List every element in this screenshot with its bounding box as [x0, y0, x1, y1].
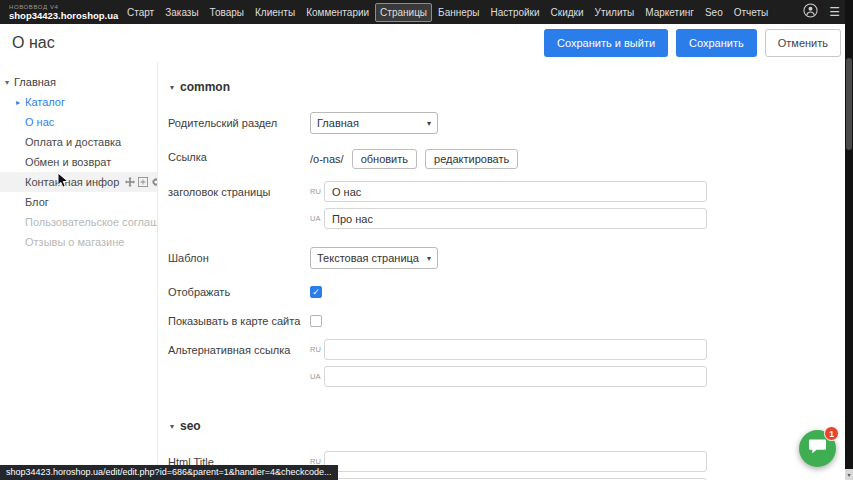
section-common-header[interactable]: ▾ common [170, 80, 853, 94]
sidebar-item-store-reviews[interactable]: Отзывы о магазине [0, 232, 157, 252]
sidebar-item-main[interactable]: ▾ Главная [0, 72, 157, 92]
sidebar-item-contact-info[interactable]: Контактная инфор [0, 172, 157, 192]
sidebar-item-user-agreement[interactable]: Пользовательское соглашение [0, 212, 157, 232]
tree-item-label: Оплата и доставка [25, 136, 121, 148]
select-value: Главная [317, 117, 359, 129]
top-menu-reports[interactable]: Отчеты [729, 3, 774, 22]
alt-link-ua-input[interactable] [324, 366, 707, 387]
section-title: seo [180, 419, 201, 433]
top-menu-start[interactable]: Старт [122, 3, 159, 22]
brand-logo[interactable]: НОВОВВОД V4 shop34423.horoshop.ua [0, 4, 122, 21]
status-url-tooltip: shop34423.horoshop.ua/edit/edit.php?id=6… [0, 465, 338, 480]
display-label: Отображать [168, 281, 310, 298]
sidebar-item-blog[interactable]: Блог [0, 192, 157, 212]
chevron-down-icon: ▾ [427, 119, 431, 128]
template-label: Шаблон [168, 247, 310, 269]
top-menu: Старт Заказы Товары Клиенты Комментарии … [122, 3, 773, 22]
top-menu-orders[interactable]: Заказы [160, 3, 203, 22]
section-collapse-icon[interactable]: ▾ [170, 83, 174, 92]
parent-section-select[interactable]: Главная ▾ [310, 112, 438, 134]
lang-ru-label: RU [310, 339, 324, 360]
save-and-exit-button[interactable]: Сохранить и выйти [544, 29, 668, 57]
sidebar-item-payment-delivery[interactable]: Оплата и доставка [0, 132, 157, 152]
sitemap-checkbox[interactable] [310, 315, 322, 327]
top-menu-settings[interactable]: Настройки [486, 3, 545, 22]
alt-link-ru-input[interactable] [324, 339, 707, 360]
chevron-right-icon[interactable]: ▸ [16, 98, 25, 107]
page-scrollbar[interactable]: ▾ [845, 0, 853, 480]
add-page-icon[interactable] [138, 177, 148, 187]
brand-version-label: НОВОВВОД V4 [9, 4, 122, 10]
top-menu-marketing[interactable]: Маркетинг [640, 3, 699, 22]
top-menu-banners[interactable]: Баннеры [433, 3, 484, 22]
cancel-button[interactable]: Отменить [765, 29, 841, 57]
link-label: Ссылка [168, 146, 310, 169]
template-select[interactable]: Текстовая страница ▾ [310, 247, 438, 269]
top-menu-seo[interactable]: Seo [700, 3, 728, 22]
lang-ua-label: UA [310, 366, 324, 387]
chat-icon [808, 438, 827, 459]
top-menu-discounts[interactable]: Скидки [546, 3, 589, 22]
chat-unread-badge: 1 [824, 426, 839, 441]
page-title-ua-input[interactable] [324, 208, 707, 229]
gear-icon[interactable] [151, 177, 157, 187]
parent-section-label: Родительский раздел [168, 112, 310, 134]
sidebar-item-catalog[interactable]: ▸ Каталог [0, 92, 157, 112]
section-seo-header[interactable]: ▾ seo [170, 419, 853, 433]
select-value: Текстовая страница [317, 252, 419, 264]
page: О нас Сохранить и выйти Сохранить Отмени… [0, 24, 853, 480]
chat-widget-button[interactable]: 1 [799, 430, 836, 467]
move-icon[interactable] [125, 177, 135, 187]
top-menu-comments[interactable]: Комментарии [301, 3, 374, 22]
link-refresh-button[interactable]: обновить [352, 149, 417, 169]
tree-item-label: Пользовательское соглашение [25, 216, 157, 228]
page-title-ru-input[interactable] [324, 181, 707, 202]
save-button[interactable]: Сохранить [676, 29, 757, 57]
chevron-down-icon[interactable]: ▾ [5, 78, 14, 87]
link-value: /o-nas/ [310, 153, 344, 165]
tree-item-label: Блог [25, 196, 49, 208]
page-title-label: заголовок страницы [168, 181, 310, 235]
tree-item-label: Контактная инфор [25, 176, 119, 188]
lang-ua-label: UA [310, 208, 324, 229]
tree-item-label: Главная [14, 76, 56, 88]
sidebar-item-about[interactable]: О нас [0, 112, 157, 132]
tree-item-label: Каталог [25, 96, 65, 108]
display-checkbox[interactable]: ✓ [310, 286, 322, 298]
scrollbar-thumb[interactable] [846, 58, 852, 150]
top-bar: НОВОВВОД V4 shop34423.horoshop.ua Старт … [0, 0, 853, 24]
link-edit-button[interactable]: редактировать [425, 149, 518, 169]
pages-tree-sidebar: ▾ Главная ▸ Каталог О нас Оплата и доста… [0, 62, 158, 480]
page-title: О нас [12, 34, 55, 52]
sitemap-label: Показывать в карте сайта [168, 310, 310, 327]
tree-item-label: Обмен и возврат [25, 156, 111, 168]
chevron-down-icon: ▾ [427, 254, 431, 263]
sidebar-item-exchange-return[interactable]: Обмен и возврат [0, 152, 157, 172]
section-title: common [180, 80, 230, 94]
alt-link-label: Альтернативная ссылка [168, 339, 310, 393]
top-menu-products[interactable]: Товары [205, 3, 249, 22]
page-edit-form: ▾ common Родительский раздел Главная ▾ С… [158, 62, 853, 480]
top-menu-clients[interactable]: Клиенты [250, 3, 300, 22]
tree-item-label: О нас [25, 116, 54, 128]
page-header: О нас Сохранить и выйти Сохранить Отмени… [0, 24, 853, 62]
brand-domain-label: shop34423.horoshop.ua [9, 11, 122, 21]
account-icon[interactable] [803, 3, 818, 22]
lang-ru-label: RU [310, 181, 324, 202]
top-menu-utilities[interactable]: Утилиты [590, 3, 640, 22]
menu-icon[interactable]: ☰ [829, 6, 840, 18]
scrollbar-down-arrow[interactable]: ▾ [845, 469, 853, 480]
html-title-ru-input[interactable] [324, 451, 707, 472]
tree-item-label: Отзывы о магазине [25, 236, 124, 248]
section-collapse-icon[interactable]: ▾ [170, 422, 174, 431]
top-menu-pages[interactable]: Страницы [375, 3, 432, 22]
